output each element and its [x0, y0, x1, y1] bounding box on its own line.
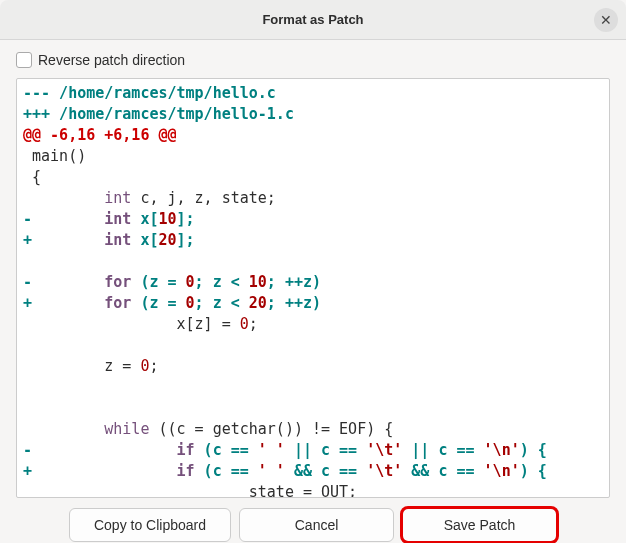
dialog-title: Format as Patch	[262, 12, 363, 27]
dialog-content: Reverse patch direction --- /home/ramces…	[0, 40, 626, 543]
diff-old-file: --- /home/ramces/tmp/hello.c	[23, 84, 276, 102]
code-line: state = OUT;	[23, 483, 357, 498]
diff-new-file: +++ /home/ramces/tmp/hello-1.c	[23, 105, 294, 123]
reverse-patch-checkbox[interactable]	[16, 52, 32, 68]
code-line	[23, 399, 32, 417]
patch-preview[interactable]: --- /home/ramces/tmp/hello.c +++ /home/r…	[16, 78, 610, 498]
titlebar: Format as Patch ✕	[0, 0, 626, 40]
save-patch-button[interactable]: Save Patch	[402, 508, 557, 542]
diff-hunk-header: @@ -6,16 +6,16 @@	[23, 126, 177, 144]
diff-added-line: + if (c == ' ' && c == '\t' && c == '\n'…	[23, 462, 547, 480]
diff-added-line: + for (z = 0; z < 20; ++z)	[23, 294, 321, 312]
code-line	[23, 252, 32, 270]
reverse-patch-label: Reverse patch direction	[38, 52, 185, 68]
code-line: {	[23, 168, 41, 186]
code-line: main()	[23, 147, 86, 165]
close-button[interactable]: ✕	[594, 8, 618, 32]
cancel-button[interactable]: Cancel	[239, 508, 394, 542]
code-line	[23, 336, 32, 354]
diff-added-line: + int x[20];	[23, 231, 195, 249]
code-line: x[z] = 0;	[23, 315, 258, 333]
diff-removed-line: - int x[10];	[23, 210, 195, 228]
diff-removed-line: - for (z = 0; z < 10; ++z)	[23, 273, 321, 291]
close-icon: ✕	[600, 12, 612, 28]
code-line: int c, j, z, state;	[23, 189, 276, 207]
reverse-patch-row: Reverse patch direction	[16, 52, 610, 68]
code-line: while ((c = getchar()) != EOF) {	[23, 420, 393, 438]
copy-to-clipboard-button[interactable]: Copy to Clipboard	[69, 508, 231, 542]
code-line: z = 0;	[23, 357, 158, 375]
button-row: Copy to Clipboard Cancel Save Patch	[16, 508, 610, 542]
code-line	[23, 378, 32, 396]
diff-removed-line: - if (c == ' ' || c == '\t' || c == '\n'…	[23, 441, 547, 459]
